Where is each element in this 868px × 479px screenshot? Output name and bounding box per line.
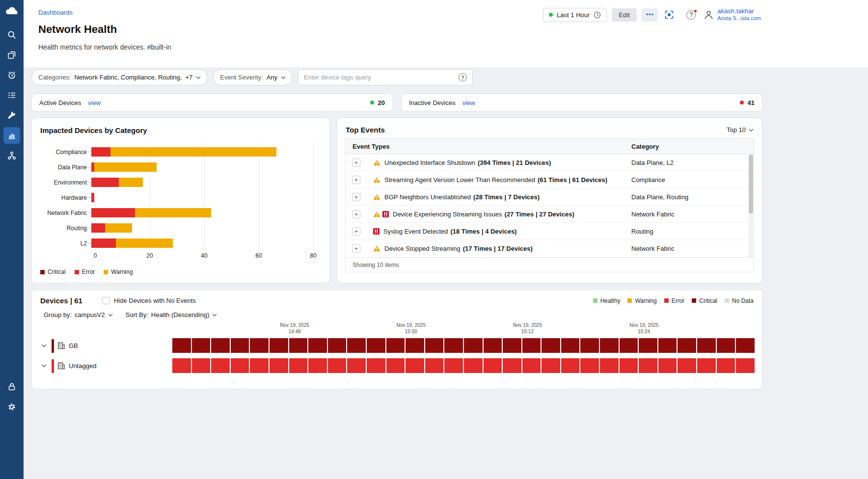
timeline-segment[interactable] — [658, 338, 677, 353]
sidebar-item-events[interactable] — [3, 67, 20, 83]
timeline-segment[interactable] — [620, 338, 638, 353]
sort-by-selector[interactable]: Sort By: Health (Descending) — [126, 311, 217, 319]
expand-event-button[interactable]: + — [352, 159, 360, 167]
timeline-segment[interactable] — [697, 358, 716, 373]
timeline-segment[interactable] — [270, 338, 288, 353]
expand-event-button[interactable]: + — [352, 210, 360, 218]
timeline-segment[interactable] — [367, 338, 385, 353]
timeline-segment[interactable] — [328, 358, 347, 373]
timeline-segment[interactable] — [386, 338, 405, 353]
timeline-segment[interactable] — [736, 358, 755, 373]
arista-cloud-logo[interactable] — [4, 6, 19, 16]
event-row[interactable]: +Device Experiencing Streaming Issues(27… — [346, 206, 754, 223]
expand-event-button[interactable]: + — [352, 176, 360, 184]
more-options-button[interactable]: ••• — [642, 8, 658, 22]
timeline-segment[interactable] — [697, 338, 716, 353]
timeline-segment[interactable] — [600, 358, 619, 373]
timeline-segment[interactable] — [717, 338, 735, 353]
timeline-segment[interactable] — [503, 338, 521, 353]
categories-filter[interactable]: Categories: Network Fabric, Compliance, … — [31, 69, 208, 85]
timeline-segment[interactable] — [561, 338, 580, 353]
scrollbar-track[interactable] — [749, 155, 753, 257]
event-row[interactable]: +Streaming Agent Version Lower Than Reco… — [346, 171, 754, 188]
group-by-selector[interactable]: Group by: campusV2 — [44, 311, 113, 319]
timeline-segment[interactable] — [522, 358, 541, 373]
inactive-devices-view-link[interactable]: view — [462, 99, 475, 106]
timeline-segment[interactable] — [172, 338, 191, 353]
expand-event-button[interactable]: + — [352, 244, 360, 253]
device-tags-input[interactable] — [304, 74, 455, 81]
timeline-segment[interactable] — [736, 338, 755, 353]
user-menu[interactable]: akash.takhar Arista S...ista.com — [704, 7, 761, 22]
timeline-segment[interactable] — [580, 338, 599, 353]
fullscreen-button[interactable] — [665, 10, 674, 19]
event-row[interactable]: +BGP Neighbors Unestablished(28 Times | … — [346, 188, 754, 206]
timeline-segment[interactable] — [308, 338, 327, 353]
timeline-segment[interactable] — [425, 338, 444, 353]
timeline-segment[interactable] — [289, 338, 308, 353]
timeline-segment[interactable] — [503, 358, 521, 373]
timeline-segment[interactable] — [717, 358, 735, 373]
event-row[interactable]: +Device Stopped Streaming(17 Times | 17 … — [346, 240, 754, 257]
timeline-segment[interactable] — [678, 338, 696, 353]
chevron-down-icon[interactable] — [41, 344, 47, 347]
event-row[interactable]: +Unexpected Interface Shutdown(394 Times… — [346, 154, 754, 171]
hide-devices-checkbox[interactable] — [102, 297, 109, 304]
chevron-down-icon[interactable] — [41, 364, 47, 368]
active-devices-view-link[interactable]: view — [88, 99, 101, 106]
timeline-segment[interactable] — [522, 338, 541, 353]
timeline-segment[interactable] — [192, 358, 211, 373]
timeline-segment[interactable] — [542, 338, 560, 353]
timeline-segment[interactable] — [425, 358, 444, 373]
timeline-segment[interactable] — [250, 338, 269, 353]
timeline-segment[interactable] — [620, 358, 638, 373]
sidebar-item-topology[interactable] — [3, 147, 20, 164]
timeline-segment[interactable] — [444, 338, 463, 353]
timeline-segment[interactable] — [367, 358, 385, 373]
timeline-segment[interactable] — [639, 358, 657, 373]
top-n-selector[interactable]: Top 10 — [727, 126, 754, 133]
timeline-segment[interactable] — [386, 358, 405, 373]
timeline-segment[interactable] — [406, 338, 424, 353]
timeline-segment[interactable] — [172, 358, 191, 373]
timeline-segment[interactable] — [484, 358, 502, 373]
health-timeline-bar[interactable] — [172, 358, 755, 373]
timeline-segment[interactable] — [270, 358, 288, 373]
timeline-segment[interactable] — [406, 358, 424, 373]
timeline-segment[interactable] — [444, 358, 463, 373]
sidebar-item-devices[interactable] — [3, 47, 20, 63]
timeline-segment[interactable] — [231, 358, 249, 373]
help-button[interactable]: ? — [686, 10, 696, 20]
event-row[interactable]: +Syslog Event Detected(18 Times | 4 Devi… — [346, 223, 754, 240]
timeline-segment[interactable] — [347, 358, 366, 373]
sidebar-item-event-list[interactable] — [3, 87, 20, 104]
expand-event-button[interactable]: + — [352, 227, 360, 236]
timeline-segment[interactable] — [639, 338, 657, 353]
timeline-segment[interactable] — [192, 338, 211, 353]
sidebar-item-dashboards[interactable] — [3, 127, 20, 144]
timeline-segment[interactable] — [231, 338, 249, 353]
scrollbar-thumb[interactable] — [749, 155, 753, 213]
sidebar-item-search[interactable] — [3, 27, 20, 43]
timeline-segment[interactable] — [464, 358, 483, 373]
hide-devices-toggle[interactable]: Hide Devices with No Events — [102, 297, 196, 304]
health-timeline-bar[interactable] — [172, 338, 755, 353]
timeline-segment[interactable] — [678, 358, 696, 373]
sidebar-item-access-control[interactable] — [3, 378, 20, 395]
timeline-segment[interactable] — [580, 358, 599, 373]
expand-event-button[interactable]: + — [352, 193, 360, 201]
timeline-segment[interactable] — [211, 338, 230, 353]
timeline-segment[interactable] — [464, 338, 483, 353]
sidebar-item-settings[interactable] — [3, 399, 20, 415]
sidebar-item-provisioning[interactable] — [3, 107, 20, 124]
edit-button[interactable]: Edit — [612, 8, 636, 22]
timeline-segment[interactable] — [600, 338, 619, 353]
timeline-segment[interactable] — [250, 358, 269, 373]
timeline-segment[interactable] — [211, 358, 230, 373]
timeline-segment[interactable] — [484, 338, 502, 353]
timeline-segment[interactable] — [658, 358, 677, 373]
timeline-segment[interactable] — [542, 358, 560, 373]
severity-filter[interactable]: Event Severity: Any — [213, 69, 293, 85]
time-range-button[interactable]: Last 1 Hour — [543, 8, 607, 22]
query-help-icon[interactable]: ? — [459, 73, 467, 81]
